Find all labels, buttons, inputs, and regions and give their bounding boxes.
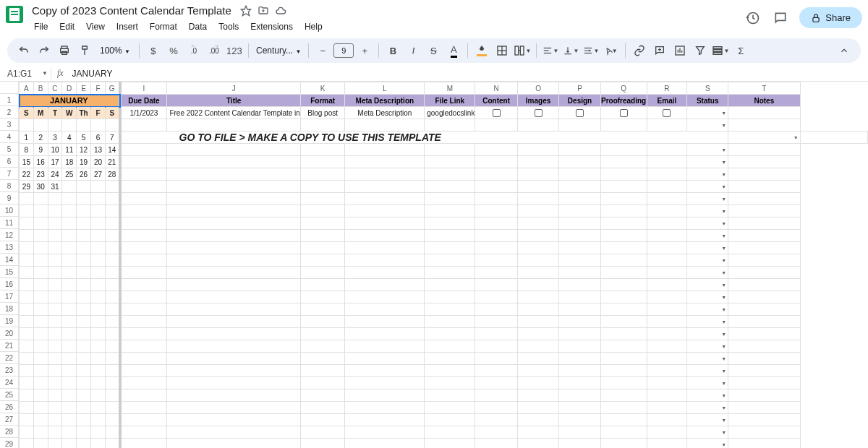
data-cell[interactable]: [475, 353, 517, 365]
data-cell[interactable]: [120, 365, 167, 377]
calendar-cell[interactable]: [48, 316, 62, 328]
data-cell[interactable]: [728, 340, 801, 353]
col-header[interactable]: D: [62, 82, 77, 95]
data-cell[interactable]: [300, 181, 345, 193]
data-cell[interactable]: googledocslink: [425, 107, 475, 119]
dropdown-icon[interactable]: ▼: [721, 160, 726, 165]
calendar-cell[interactable]: 13: [91, 144, 106, 156]
calendar-cell[interactable]: [33, 217, 48, 230]
data-cell[interactable]: [475, 291, 517, 303]
data-cell[interactable]: [559, 377, 600, 389]
col-header[interactable]: Q: [600, 82, 647, 95]
data-cell[interactable]: [728, 279, 801, 291]
data-cell[interactable]: [559, 205, 600, 217]
row-header[interactable]: 28: [0, 426, 18, 438]
calendar-cell[interactable]: [62, 402, 77, 414]
calendar-cell[interactable]: 23: [33, 168, 48, 181]
data-cell[interactable]: [475, 144, 517, 156]
calendar-cell[interactable]: [48, 328, 62, 340]
data-cell[interactable]: [167, 181, 300, 193]
template-message[interactable]: GO TO FILE > MAKE A COPY TO USE THIS TEM…: [120, 132, 728, 144]
calendar-cell[interactable]: [91, 316, 106, 328]
dropdown-icon[interactable]: ▼: [721, 283, 726, 288]
namebox-dropdown-icon[interactable]: ▼: [42, 70, 48, 77]
calendar-cell[interactable]: [105, 377, 119, 389]
data-cell[interactable]: [600, 291, 647, 303]
calendar-cell[interactable]: [77, 426, 91, 439]
calendar-cell[interactable]: [77, 291, 91, 303]
font-select[interactable]: Century... ▼: [253, 46, 304, 56]
data-cell[interactable]: [600, 402, 647, 414]
font-size-decrease[interactable]: −: [313, 41, 332, 60]
calendar-cell[interactable]: [62, 426, 77, 439]
row-header[interactable]: 1: [0, 94, 18, 106]
data-cell[interactable]: [120, 156, 167, 168]
data-cell[interactable]: [345, 119, 425, 132]
data-cell[interactable]: [600, 144, 647, 156]
data-cell[interactable]: [167, 340, 300, 353]
data-cell[interactable]: [167, 365, 300, 377]
data-cell[interactable]: [120, 353, 167, 365]
row-header[interactable]: 11: [0, 217, 18, 229]
data-cell[interactable]: [559, 365, 600, 377]
calendar-cell[interactable]: [48, 205, 62, 217]
data-cell[interactable]: [345, 279, 425, 291]
col-header[interactable]: T: [728, 82, 801, 95]
dropdown-icon[interactable]: ▼: [721, 430, 726, 435]
calendar-cell[interactable]: [62, 353, 77, 365]
data-cell[interactable]: [167, 389, 300, 402]
decrease-decimal-button[interactable]: ←.0: [184, 41, 203, 60]
data-cell[interactable]: [728, 168, 801, 181]
dropdown-icon[interactable]: ▼: [721, 258, 726, 263]
data-cell[interactable]: [300, 144, 345, 156]
dropdown-icon[interactable]: ▼: [721, 147, 726, 152]
data-cell[interactable]: [300, 377, 345, 389]
calendar-cell[interactable]: 14: [105, 144, 119, 156]
calendar-cell[interactable]: [20, 230, 34, 242]
row-header[interactable]: 25: [0, 389, 18, 401]
calendar-cell[interactable]: [77, 242, 91, 254]
menu-insert[interactable]: Insert: [111, 20, 143, 34]
zoom-select[interactable]: 100% ▼: [95, 46, 135, 56]
calendar-cell[interactable]: [105, 193, 119, 205]
data-cell[interactable]: [728, 119, 801, 132]
data-cell[interactable]: ▼: [687, 426, 728, 439]
calendar-cell[interactable]: [105, 414, 119, 426]
data-cell[interactable]: [120, 426, 167, 439]
data-cell[interactable]: [647, 193, 687, 205]
dropdown-icon[interactable]: ▼: [721, 319, 726, 324]
dropdown-icon[interactable]: ▼: [721, 442, 726, 447]
calendar-cell[interactable]: 25: [62, 168, 77, 181]
number-format-button[interactable]: 123: [225, 41, 244, 60]
data-cell[interactable]: ▼: [687, 402, 728, 414]
calendar-cell[interactable]: 18: [62, 156, 77, 168]
fill-color-button[interactable]: [472, 41, 491, 60]
calendar-cell[interactable]: [105, 402, 119, 414]
data-cell[interactable]: [475, 402, 517, 414]
data-cell[interactable]: [517, 377, 559, 389]
data-cell[interactable]: ▼: [687, 340, 728, 353]
calendar-cell[interactable]: [62, 254, 77, 267]
data-cell[interactable]: [345, 254, 425, 267]
dropdown-icon[interactable]: ▼: [721, 418, 726, 423]
calendar-cell[interactable]: [77, 119, 91, 132]
data-cell[interactable]: [120, 340, 167, 353]
data-cell[interactable]: [300, 279, 345, 291]
data-cell[interactable]: [167, 193, 300, 205]
calendar-cell[interactable]: [62, 389, 77, 402]
calendar-cell[interactable]: [62, 316, 77, 328]
calendar-cell[interactable]: [48, 254, 62, 267]
calendar-cell[interactable]: [77, 316, 91, 328]
data-cell[interactable]: [647, 365, 687, 377]
calendar-cell[interactable]: [105, 230, 119, 242]
calendar-cell[interactable]: [77, 217, 91, 230]
data-cell[interactable]: [300, 217, 345, 230]
calendar-cell[interactable]: [33, 303, 48, 316]
data-cell[interactable]: [517, 168, 559, 181]
calendar-cell[interactable]: 10: [48, 144, 62, 156]
calendar-cell[interactable]: [48, 119, 62, 132]
calendar-cell[interactable]: [77, 193, 91, 205]
data-cell[interactable]: [300, 230, 345, 242]
data-cell[interactable]: [517, 439, 559, 449]
col-header[interactable]: F: [91, 82, 106, 95]
